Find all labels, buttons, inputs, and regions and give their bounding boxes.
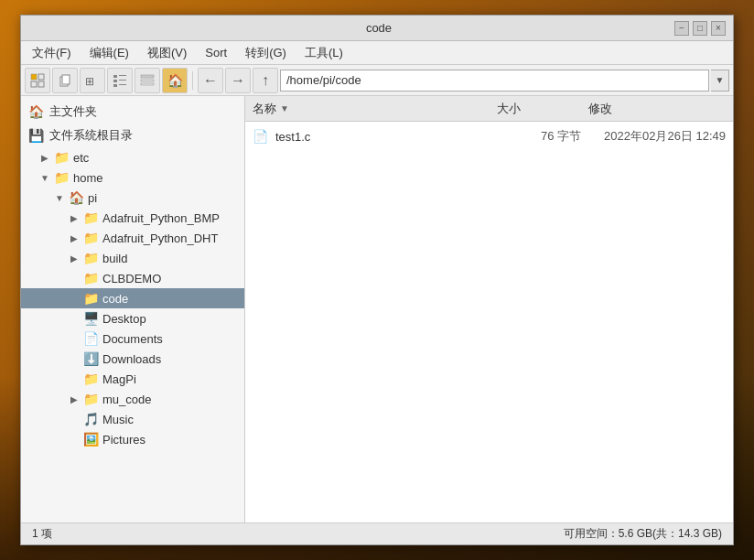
expand-icon-etc: ▶ <box>39 153 50 163</box>
status-free-space: 可用空间：5.6 GB(共：14.3 GB) <box>564 526 722 542</box>
tree-label-pi: pi <box>88 191 97 205</box>
column-headers: 名称 ▼ 大小 修改 <box>245 96 733 122</box>
tree-label-code: code <box>102 292 128 306</box>
folder-icon-music: 🎵 <box>83 412 99 426</box>
forward-button[interactable]: → <box>225 68 251 93</box>
file-date-test1c: 2022年02月26日 12:49 <box>588 128 726 145</box>
menu-file[interactable]: 文件(F) <box>25 43 79 63</box>
toolbar: ⊞ 🏠 ← → ↑ <box>21 65 733 96</box>
tree-label-mu-code: mu_code <box>102 393 151 406</box>
file-manager-window: code − □ × 文件(F) 编辑(E) 视图(V) Sort 转到(G) … <box>20 15 734 545</box>
tree-label-clbdemo: CLBDEMO <box>102 272 161 285</box>
tree-item-home[interactable]: ▼ 📁 home <box>21 167 244 188</box>
toolbar-icon3[interactable]: ⊞ <box>80 68 105 93</box>
svg-rect-15 <box>141 83 154 85</box>
maximize-button[interactable]: □ <box>693 21 707 36</box>
folder-icon-etc: 📁 <box>54 150 70 165</box>
home-button[interactable]: 🏠 <box>162 68 188 93</box>
folder-icon-adafruit-dht: 📁 <box>83 231 99 245</box>
svg-text:⊞: ⊞ <box>85 75 94 88</box>
tree-item-pictures[interactable]: ▶ 🖼️ Pictures <box>21 429 244 449</box>
menu-sort[interactable]: Sort <box>198 44 234 61</box>
expand-icon-home: ▼ <box>39 173 50 183</box>
menu-view[interactable]: 视图(V) <box>140 43 194 63</box>
col-size-label: 大小 <box>497 101 521 117</box>
sidebar-home[interactable]: 🏠 主文件夹 <box>21 100 244 124</box>
expand-icon-adafruit-bmp: ▶ <box>69 213 80 223</box>
folder-icon-magpi: 📁 <box>83 372 99 386</box>
folder-icon-adafruit-bmp: 📁 <box>83 210 99 225</box>
tree-label-pictures: Pictures <box>102 433 145 447</box>
c-file-icon: 📄 <box>253 129 268 144</box>
svg-rect-5 <box>62 75 70 84</box>
tree-label-adafruit-dht: Adafruit_Python_DHT <box>102 232 218 245</box>
col-name-label: 名称 <box>253 101 276 117</box>
tree-item-etc[interactable]: ▶ 📁 etc <box>21 147 244 167</box>
svg-rect-14 <box>141 80 154 81</box>
svg-rect-1 <box>38 74 44 80</box>
tree-item-build[interactable]: ▶ 📁 build <box>21 248 244 268</box>
toolbar-icon4[interactable] <box>107 68 133 93</box>
col-modified-label: 修改 <box>588 101 612 117</box>
svg-rect-12 <box>119 84 126 85</box>
back-button[interactable]: ← <box>198 68 223 93</box>
tree-item-mu-code[interactable]: ▶ 📁 mu_code <box>21 389 244 409</box>
col-header-size[interactable]: 大小 <box>497 101 588 117</box>
svg-rect-8 <box>119 75 126 76</box>
folder-icon-build: 📁 <box>83 251 99 265</box>
folder-icon-code: 📁 <box>83 291 99 306</box>
sidebar: 🏠 主文件夹 💾 文件系统根目录 ▶ 📁 etc ▼ 📁 home <box>21 96 245 522</box>
tree-item-downloads[interactable]: ▶ ⬇️ Downloads <box>21 349 244 369</box>
up-button[interactable]: ↑ <box>253 68 278 93</box>
file-name-test1c: test1.c <box>275 130 482 144</box>
folder-icon-pi: 🏠 <box>69 190 84 205</box>
folder-icon-mu-code: 📁 <box>83 392 99 406</box>
folder-icon-clbdemo: 📁 <box>83 271 99 285</box>
col-header-modified[interactable]: 修改 <box>588 101 726 117</box>
file-area: 名称 ▼ 大小 修改 📄 test1.c 76 字节 2022年02月26日 1… <box>245 96 733 522</box>
tree-item-adafruit-dht[interactable]: ▶ 📁 Adafruit_Python_DHT <box>21 228 244 248</box>
tree-item-clbdemo[interactable]: ▶ 📁 CLBDEMO <box>21 268 244 288</box>
tree-item-adafruit-bmp[interactable]: ▶ 📁 Adafruit_Python_BMP <box>21 208 244 228</box>
file-item-test1c[interactable]: 📄 test1.c 76 字节 2022年02月26日 12:49 <box>245 125 733 147</box>
close-button[interactable]: × <box>711 21 726 36</box>
toolbar-icon5[interactable] <box>135 68 160 93</box>
svg-rect-13 <box>141 75 154 78</box>
minimize-button[interactable]: − <box>674 21 689 36</box>
titlebar: code − □ × <box>21 16 733 41</box>
menu-goto[interactable]: 转到(G) <box>238 43 294 63</box>
tree-item-pi[interactable]: ▼ 🏠 pi <box>21 188 244 208</box>
svg-rect-0 <box>31 74 37 80</box>
address-bar[interactable] <box>280 70 709 92</box>
folder-icon-pictures: 🖼️ <box>83 432 99 447</box>
folder-icon-documents: 📄 <box>83 331 99 346</box>
toolbar-icon1[interactable] <box>25 68 50 93</box>
main-content: 🏠 主文件夹 💾 文件系统根目录 ▶ 📁 etc ▼ 📁 home <box>21 96 733 522</box>
tree-item-music[interactable]: ▶ 🎵 Music <box>21 409 244 429</box>
file-size-test1c: 76 字节 <box>490 128 581 145</box>
svg-rect-2 <box>31 81 37 87</box>
status-items-count: 1 项 <box>32 526 52 542</box>
address-dropdown-button[interactable]: ▼ <box>711 70 729 92</box>
toolbar-sep1 <box>192 71 193 90</box>
window-title: code <box>83 21 674 35</box>
tree-item-magpi[interactable]: ▶ 📁 MagPi <box>21 369 244 389</box>
svg-rect-11 <box>113 84 117 87</box>
tree-item-desktop[interactable]: ▶ 🖥️ Desktop <box>21 308 244 328</box>
svg-rect-9 <box>113 80 117 82</box>
menu-tools[interactable]: 工具(L) <box>297 43 350 63</box>
tree-item-code[interactable]: ▶ 📁 code <box>21 288 244 308</box>
svg-rect-3 <box>38 81 44 87</box>
sidebar-root[interactable]: 💾 文件系统根目录 <box>21 124 244 147</box>
toolbar-icon2[interactable] <box>52 68 78 93</box>
col-header-name[interactable]: 名称 ▼ <box>253 101 497 117</box>
tree-label-desktop: Desktop <box>102 312 146 326</box>
sidebar-root-label: 文件系统根目录 <box>49 127 133 144</box>
svg-rect-7 <box>113 75 117 78</box>
menubar: 文件(F) 编辑(E) 视图(V) Sort 转到(G) 工具(L) <box>21 41 733 65</box>
tree-label-magpi: MagPi <box>102 372 136 386</box>
expand-icon-pi: ▼ <box>54 193 65 203</box>
tree-item-documents[interactable]: ▶ 📄 Documents <box>21 328 244 349</box>
tree-label-music: Music <box>102 413 134 426</box>
menu-edit[interactable]: 编辑(E) <box>82 43 136 63</box>
